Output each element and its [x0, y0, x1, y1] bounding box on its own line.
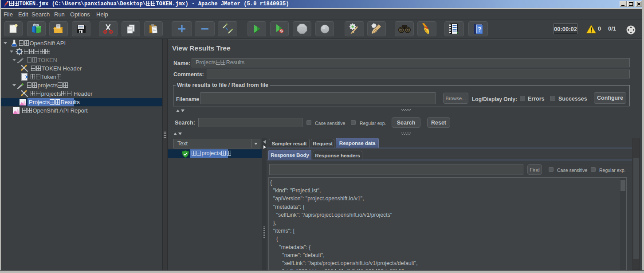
- svg-text:?: ?: [477, 26, 481, 33]
